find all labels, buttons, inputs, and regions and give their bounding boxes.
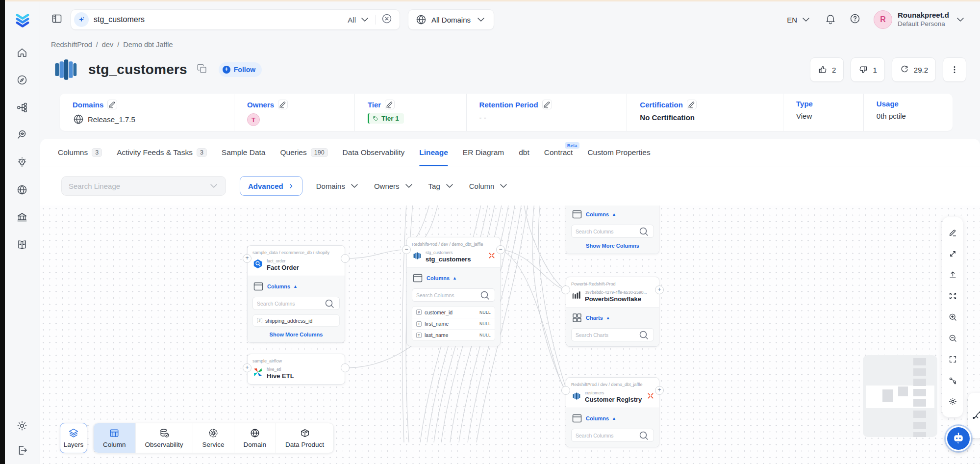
columns-search-box[interactable] [571, 429, 654, 442]
tab-data-observability[interactable]: Data Observability [343, 139, 405, 166]
mode-observability[interactable]: Observability [135, 423, 193, 453]
charts-search-box[interactable] [571, 328, 654, 341]
tab-contract[interactable]: ContractBeta [544, 139, 573, 166]
edge-port-connector[interactable] [341, 363, 350, 372]
logout-icon[interactable] [16, 444, 29, 457]
zoom-out-icon[interactable] [942, 328, 963, 349]
edit-certification-icon[interactable] [687, 100, 697, 109]
home-icon[interactable] [16, 47, 29, 59]
advanced-filter-button[interactable]: Advanced [240, 176, 302, 196]
lineage-minimap[interactable] [863, 355, 937, 437]
tab-queries[interactable]: Queries190 [280, 139, 327, 166]
edit-tier-icon[interactable] [385, 100, 395, 109]
notifications-bell-icon[interactable] [825, 13, 836, 26]
lineage-node-upstream-partial[interactable]: Columns▲ Show More Columns [566, 206, 659, 254]
expand-upstream-connector[interactable]: + [243, 363, 251, 372]
lineage-search-box[interactable] [61, 176, 226, 196]
lineage-node-stg-customers[interactable]: RedshiftProd / dev / demo_dbt_jaffle stg… [406, 237, 501, 346]
columns-search-box[interactable] [412, 288, 495, 302]
tab-dbt[interactable]: dbt [519, 139, 529, 166]
share-link-icon[interactable] [942, 370, 963, 391]
discover-compass-icon[interactable] [16, 74, 29, 87]
column-row[interactable]: #customer_idNULL [412, 307, 495, 318]
expand-view-icon[interactable] [942, 285, 963, 307]
column-row[interactable]: Tlast_nameNULL [412, 329, 495, 340]
governance-bank-icon[interactable] [16, 211, 29, 224]
layers-button[interactable]: Layers [60, 423, 87, 453]
lineage-node-powerbi-snowflake[interactable]: Powerbi-Redshift-Prod 397bebdc-4279-4ffe… [566, 277, 659, 347]
mode-column[interactable]: Column [94, 423, 135, 453]
glossary-book-icon[interactable] [16, 239, 29, 252]
lineage-node-fact-order[interactable]: sample_data / ecommerce_db / shopify fac… [247, 245, 345, 343]
copy-name-icon[interactable] [196, 63, 208, 77]
edit-retention-icon[interactable] [542, 100, 552, 109]
tab-sample-data[interactable]: Sample Data [222, 139, 266, 166]
show-more-columns-link[interactable]: Show More Columns [571, 243, 654, 249]
upvote-button[interactable]: 2 [810, 57, 844, 82]
search-input[interactable] [94, 15, 343, 24]
filter-column-dropdown[interactable]: Column [469, 180, 510, 192]
mode-data-product[interactable]: Data Product [276, 423, 333, 453]
expand-upstream-connector[interactable]: + [243, 254, 251, 263]
breadcrumb-schema[interactable]: Demo dbt Jaffle [123, 41, 173, 49]
collapse-lineage-icon[interactable] [488, 252, 495, 261]
breadcrumb-database[interactable]: dev [102, 41, 113, 49]
tier-label[interactable]: Tier [368, 101, 381, 109]
filter-tag-dropdown[interactable]: Tag [428, 180, 455, 192]
resize-diagonal-icon[interactable] [942, 243, 963, 264]
edit-owners-icon[interactable] [278, 100, 288, 109]
tab-columns[interactable]: Columns3 [58, 139, 102, 166]
edit-domains-icon[interactable] [107, 100, 117, 109]
columns-search-input[interactable] [257, 301, 324, 307]
insights-bulb-icon[interactable] [16, 156, 29, 169]
breadcrumb-connection[interactable]: RedshiftProd [51, 41, 92, 49]
columns-search-input[interactable] [576, 433, 638, 438]
collapse-lineage-icon[interactable] [647, 392, 654, 401]
columns-section-toggle[interactable]: Columns▲ [571, 208, 654, 220]
tab-er-diagram[interactable]: ER Diagram [463, 139, 504, 166]
expand-downstream-connector[interactable]: + [655, 285, 664, 294]
lineage-canvas[interactable]: Columns▲ Show More Columns sample [40, 206, 980, 464]
owner-avatar[interactable]: T [247, 113, 260, 126]
downvote-button[interactable]: 1 [851, 57, 884, 82]
filter-owners-dropdown[interactable]: Owners [374, 180, 415, 192]
column-row[interactable]: #shipping_address_id [253, 315, 339, 326]
tab-custom-properties[interactable]: Custom Properties [587, 139, 650, 166]
language-selector[interactable]: EN [787, 14, 812, 26]
lineage-node-customer-registry[interactable]: RedshiftProd / dev / demo_dbt_jaffle cus… [566, 377, 659, 447]
columns-search-box[interactable] [252, 297, 340, 310]
all-domains-selector[interactable]: All Domains [408, 9, 494, 30]
columns-section-toggle[interactable]: Columns▲ [412, 272, 495, 284]
help-icon[interactable] [849, 13, 861, 26]
observability-search-icon[interactable] [16, 129, 29, 142]
edge-port-connector[interactable] [561, 285, 570, 294]
settings-gear-icon[interactable] [16, 420, 29, 433]
columns-section-toggle[interactable]: Columns▲ [571, 412, 654, 424]
tier-badge[interactable]: Tier 1 [368, 113, 404, 124]
charts-section-toggle[interactable]: Charts▲ [571, 312, 654, 324]
columns-search-input[interactable] [416, 292, 479, 298]
annotate-edit-icon[interactable] [942, 222, 963, 243]
clear-search-icon[interactable] [381, 13, 393, 26]
filter-domains-dropdown[interactable]: Domains [316, 180, 360, 192]
owners-label[interactable]: Owners [247, 101, 274, 109]
mode-domain[interactable]: Domain [234, 423, 276, 453]
domains-label[interactable]: Domains [73, 101, 103, 109]
edge-port-connector[interactable] [341, 254, 350, 263]
domains-globe-icon[interactable] [16, 184, 29, 197]
more-actions-button[interactable] [943, 57, 966, 82]
tab-activity-feeds[interactable]: Activity Feeds & Tasks3 [117, 139, 207, 166]
edge-port-connector[interactable] [561, 386, 570, 395]
search-scope-dropdown[interactable]: All [348, 14, 371, 26]
global-search-bar[interactable]: All [71, 9, 400, 30]
columns-section-toggle[interactable]: Columns▲ [252, 281, 340, 292]
domains-value[interactable]: Release_1.7.5 [88, 115, 135, 124]
user-menu[interactable]: R Rounakpreet.d Default Persona [874, 10, 966, 29]
follow-button[interactable]: + Follow [219, 62, 262, 77]
charts-search-input[interactable] [576, 332, 638, 338]
zoom-in-icon[interactable] [942, 307, 963, 328]
export-upload-icon[interactable] [942, 264, 963, 285]
column-row[interactable]: Tfirst_nameNULL [412, 318, 495, 329]
lineage-flow-icon[interactable] [16, 102, 29, 114]
mode-service[interactable]: Service [193, 423, 234, 453]
